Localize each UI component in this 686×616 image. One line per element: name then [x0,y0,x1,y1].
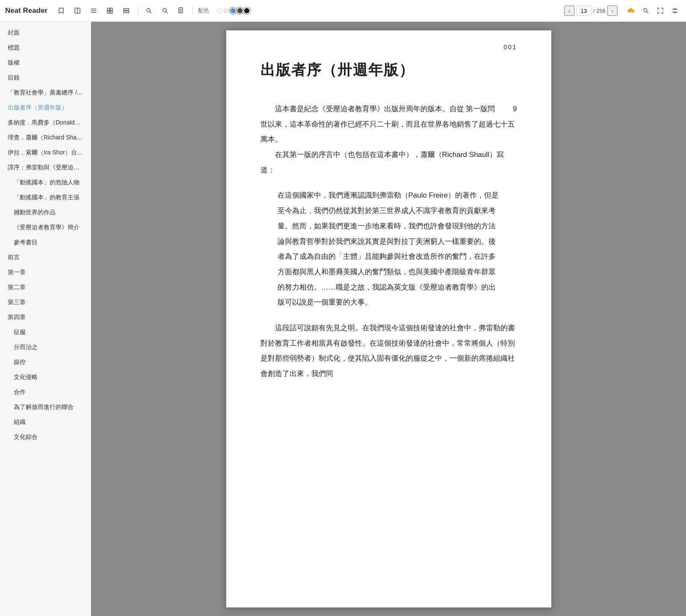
sidebar-item[interactable]: 第一章 [0,265,91,280]
sidebar-item[interactable]: 版權 [0,55,91,70]
svg-rect-5 [107,8,109,10]
sidebar-item[interactable]: 理查．蕭爾（Richard Shaull）序 [0,130,91,145]
svg-rect-6 [110,8,112,10]
svg-rect-10 [124,11,129,13]
color-dots [217,8,249,13]
sidebar-item[interactable]: 譯序：弗雷勒與《受壓迫者教育學》 [0,160,91,175]
sidebar-item[interactable]: 組織 [0,415,91,429]
expand-icon[interactable] [654,5,666,17]
collapse-icon[interactable] [669,5,681,17]
sidebar-item[interactable]: 為了解放而進行的聯合 [0,400,91,415]
search-icon[interactable] [143,5,155,17]
cloud-icon[interactable] [625,5,637,17]
paragraph-2: 在其第一版的序言中（也包括在這本書中），蕭爾（Richard Shaull）寫道… [260,147,517,178]
sidebar-item[interactable]: 伊拉．索爾（Ira Shor）台灣中文版序 [0,145,91,160]
separator2 [192,6,193,16]
toolbar-right [625,5,681,17]
svg-line-14 [166,12,168,13]
sidebar-item[interactable]: 「教育社會學」薦書總序 / 林生傳 [0,85,91,100]
chapter-title: 出版者序（卅週年版） [260,60,517,80]
sidebar-item[interactable]: 第三章 [0,295,91,310]
grid-icon[interactable] [104,5,116,17]
sidebar-item[interactable]: 多納度．馬費多（Donaldo Macedo）序 [0,115,91,130]
sidebar-item[interactable]: 《受壓迫者教育學》簡介 [0,220,91,235]
main-area: 封面標題版權目錄「教育社會學」薦書總序 / 林生傳出版者序（卅週年版）多納度．馬… [0,22,686,616]
svg-rect-7 [107,11,109,13]
paragraph-3: 這段話可說頗有先見之明。在我們現今這個技術發達的社會中，弗雷勒的書對於教育工作者… [260,320,517,382]
paragraph-1: 這本書是紀念《受壓迫者教育學》出版卅周年的版本。自從 9第一版問世以來，這本革命… [260,101,517,147]
sidebar-item[interactable]: 「動搖國本」的教育主張 [0,190,91,205]
color-dot-light[interactable] [224,8,229,13]
sidebar-item[interactable]: 征服 [0,325,91,340]
color-dot-dark[interactable] [237,8,242,13]
page-nav-icon[interactable] [175,5,187,17]
svg-rect-8 [110,11,112,13]
color-label: 配色 [198,7,209,15]
next-page-button[interactable]: › [607,6,618,16]
sidebar-item[interactable]: 文化綜合 [0,429,91,444]
svg-point-13 [163,9,166,12]
blockquote: 在這個國家中，我們逐漸認識到弗雷勒（Paulo Freire）的著作，但是至今為… [278,188,500,310]
search3-icon[interactable] [640,5,652,17]
svg-point-19 [644,9,647,12]
color-dot-black[interactable] [244,8,249,13]
sidebar-item[interactable]: 標題 [0,40,91,55]
sidebar-item[interactable]: 合作 [0,385,91,400]
toolbar: Neat Reader [0,0,686,22]
sidebar-item[interactable]: 撼動世界的作品 [0,205,91,220]
content-text: 這本書是紀念《受壓迫者教育學》出版卅周年的版本。自從 9第一版問世以來，這本革命… [260,101,517,382]
app-title: Neat Reader [5,6,47,15]
menu-icon[interactable] [88,5,100,17]
sidebar: 封面標題版權目錄「教育社會學」薦書總序 / 林生傳出版者序（卅週年版）多納度．馬… [0,22,91,616]
sidebar-item[interactable]: 封面 [0,25,91,40]
sidebar-item[interactable]: 文化侵略 [0,370,91,385]
sidebar-item[interactable]: 第二章 [0,280,91,295]
content-area[interactable]: 001 出版者序（卅週年版） 這本書是紀念《受壓迫者教育學》出版卅周年的版本。自… [91,22,686,616]
sidebar-item[interactable]: 前言 [0,250,91,265]
sidebar-item[interactable]: 目錄 [0,70,91,85]
page-total: / 256 [593,8,606,14]
bookmark-icon[interactable] [55,5,67,17]
svg-line-12 [150,12,151,13]
svg-point-11 [147,9,150,12]
sidebar-item[interactable]: 參考書目 [0,235,91,250]
page-container: 001 出版者序（卅週年版） 這本書是紀念《受壓迫者教育學》出版卅周年的版本。自… [226,30,551,607]
sidebar-item[interactable]: 分而治之 [0,340,91,355]
sidebar-item[interactable]: 第四章 [0,310,91,325]
book-icon[interactable] [71,5,83,17]
prev-page-button[interactable]: ‹ [564,6,574,16]
separator1 [137,6,138,16]
page-number-input[interactable]: 13 [576,6,591,16]
page-number: 001 [503,43,517,50]
search2-icon[interactable] [159,5,171,17]
sidebar-item[interactable]: 操控 [0,355,91,370]
sidebar-item[interactable]: 出版者序（卅週年版） [0,100,91,115]
color-dot-white[interactable] [217,8,222,13]
sidebar-item[interactable]: 「動搖國本」的危險人物 [0,175,91,190]
svg-rect-9 [124,9,129,10]
page-navigation: ‹ 13 / 256 › [564,6,618,16]
color-dot-blue[interactable] [231,8,236,13]
svg-line-20 [647,12,648,13]
list-icon[interactable] [120,5,132,17]
